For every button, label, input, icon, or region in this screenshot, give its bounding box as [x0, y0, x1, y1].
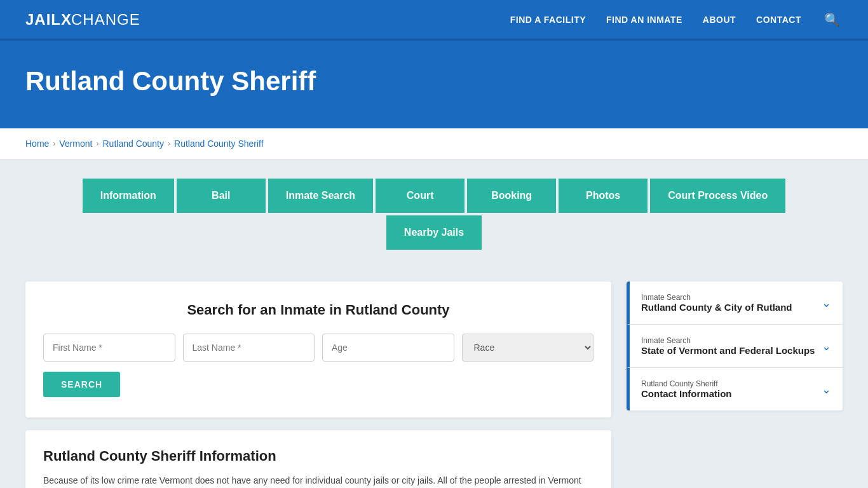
sidebar-inmate-search-sub-2: Inmate Search	[641, 336, 815, 345]
chevron-down-icon-contact: ⌄	[822, 383, 831, 396]
breadcrumb-current: Rutland County Sheriff	[174, 139, 264, 149]
navbar: JAILXCHANGE FIND A FACILITY FIND AN INMA…	[0, 0, 868, 41]
sidebar-item-header-vermont[interactable]: Inmate Search State of Vermont and Feder…	[630, 325, 843, 367]
nav-about-link[interactable]: ABOUT	[703, 15, 736, 25]
tabs-row-1: Information Bail Inmate Search Court Boo…	[25, 179, 843, 213]
breadcrumb-sep-1: ›	[53, 139, 55, 148]
nav-about[interactable]: ABOUT	[703, 14, 736, 25]
page-title: Rutland County Sheriff	[25, 66, 843, 97]
info-card-text: Because of its low crime rate Vermont do…	[43, 473, 593, 488]
nav-find-facility-link[interactable]: FIND A FACILITY	[510, 15, 586, 25]
last-name-input[interactable]	[183, 334, 315, 362]
brand-jail-text: JAIL	[25, 11, 61, 29]
nav-find-inmate-link[interactable]: FIND AN INMATE	[606, 15, 682, 25]
sidebar-item-inmate-search-vermont[interactable]: Inmate Search State of Vermont and Feder…	[627, 325, 843, 368]
search-fields: Race White Black Hispanic Asian Other	[43, 334, 593, 362]
tab-bail[interactable]: Bail	[177, 179, 266, 213]
info-card-title: Rutland County Sheriff Information	[43, 448, 593, 464]
search-button[interactable]: SEARCH	[43, 372, 120, 397]
nav-find-facility[interactable]: FIND A FACILITY	[510, 14, 586, 25]
chevron-down-icon-rutland: ⌄	[822, 296, 831, 310]
search-icon: 🔍	[824, 13, 840, 27]
breadcrumb: Home › Vermont › Rutland County › Rutlan…	[25, 139, 843, 149]
sidebar-item-contact-info[interactable]: Rutland County Sheriff Contact Informati…	[627, 368, 843, 410]
sidebar-item-labels-vermont: Inmate Search State of Vermont and Feder…	[641, 336, 815, 356]
tab-nearby-jails[interactable]: Nearby Jails	[386, 215, 482, 250]
breadcrumb-sep-2: ›	[97, 139, 99, 148]
info-card: Rutland County Sheriff Information Becau…	[25, 430, 611, 488]
first-name-input[interactable]	[43, 334, 175, 362]
breadcrumb-vermont[interactable]: Vermont	[59, 139, 92, 149]
brand-exchange-text: CHANGE	[71, 11, 140, 29]
search-icon-button[interactable]: 🔍	[822, 10, 843, 30]
breadcrumb-bar: Home › Vermont › Rutland County › Rutlan…	[0, 128, 868, 159]
breadcrumb-home[interactable]: Home	[25, 139, 49, 149]
nav-find-inmate[interactable]: FIND AN INMATE	[606, 14, 682, 25]
sidebar-contact-sub: Rutland County Sheriff	[641, 379, 732, 388]
hero-section: Rutland County Sheriff	[0, 41, 868, 128]
sidebar-vermont-title: State of Vermont and Federal Lockups	[641, 345, 815, 356]
left-panel: Search for an Inmate in Rutland County R…	[25, 281, 611, 488]
nav-search-item[interactable]: 🔍	[822, 10, 843, 30]
tab-inmate-search[interactable]: Inmate Search	[268, 179, 373, 213]
sidebar-item-labels-rutland: Inmate Search Rutland County & City of R…	[641, 293, 792, 313]
race-select[interactable]: Race White Black Hispanic Asian Other	[462, 334, 594, 362]
sidebar-item-labels-contact: Rutland County Sheriff Contact Informati…	[641, 379, 732, 399]
search-card-title: Search for an Inmate in Rutland County	[43, 302, 593, 318]
breadcrumb-rutland-county[interactable]: Rutland County	[103, 139, 165, 149]
tab-court-process-video[interactable]: Court Process Video	[650, 179, 785, 213]
nav-contact-link[interactable]: CONTACT	[756, 15, 801, 25]
sidebar-rutland-county-title: Rutland County & City of Rutland	[641, 302, 792, 313]
right-sidebar: Inmate Search Rutland County & City of R…	[627, 281, 843, 410]
sidebar-item-header-contact[interactable]: Rutland County Sheriff Contact Informati…	[630, 368, 843, 410]
tabs-section: Information Bail Inmate Search Court Boo…	[0, 159, 868, 269]
brand-x-text: X	[61, 11, 71, 29]
sidebar-inmate-search-sub-1: Inmate Search	[641, 293, 792, 302]
tab-photos[interactable]: Photos	[559, 179, 648, 213]
breadcrumb-sep-3: ›	[168, 139, 170, 148]
nav-links: FIND A FACILITY FIND AN INMATE ABOUT CON…	[510, 10, 843, 30]
tabs-row-2: Nearby Jails	[25, 215, 843, 269]
tab-court[interactable]: Court	[376, 179, 465, 213]
main-content: Search for an Inmate in Rutland County R…	[0, 269, 868, 488]
brand-logo[interactable]: JAILXCHANGE	[25, 11, 140, 29]
tab-booking[interactable]: Booking	[467, 179, 556, 213]
sidebar-contact-title: Contact Information	[641, 388, 732, 399]
chevron-down-icon-vermont: ⌄	[822, 339, 831, 353]
search-card: Search for an Inmate in Rutland County R…	[25, 281, 611, 417]
sidebar-item-header-rutland[interactable]: Inmate Search Rutland County & City of R…	[630, 281, 843, 324]
age-input[interactable]	[322, 334, 454, 362]
nav-contact[interactable]: CONTACT	[756, 14, 801, 25]
sidebar-item-inmate-search-rutland[interactable]: Inmate Search Rutland County & City of R…	[627, 281, 843, 325]
tab-information[interactable]: Information	[83, 179, 174, 213]
